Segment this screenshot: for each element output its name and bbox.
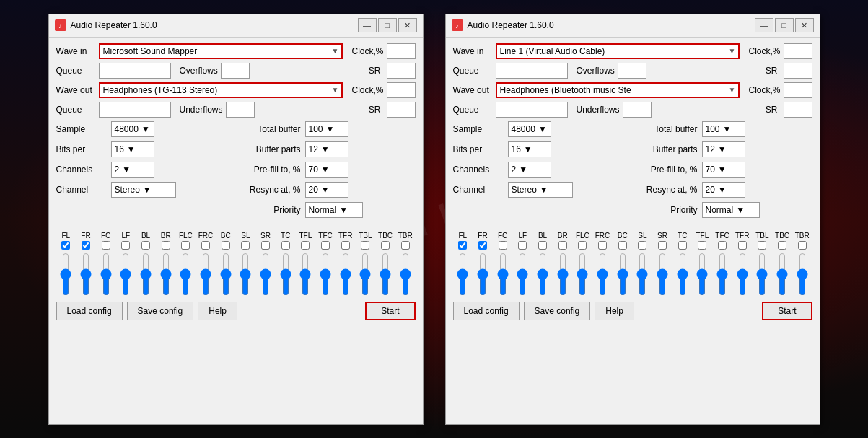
buffer-parts-dropdown-1[interactable]: 12 ▼ [305,141,348,157]
queue2-input-1[interactable] [99,102,171,118]
check-sl-2[interactable] [633,241,653,250]
slider-fc-1[interactable] [96,253,116,296]
priority-dropdown-1[interactable]: Normal ▼ [305,202,363,218]
check-tbr-2[interactable] [792,241,812,250]
bits-dropdown-2[interactable]: 16 ▼ [508,141,551,157]
priority-dropdown-2[interactable]: Normal ▼ [702,202,760,218]
slider-frc-2[interactable] [592,253,613,296]
load-config-button-1[interactable]: Load config [56,302,123,320]
slider-sr-1[interactable] [255,253,276,296]
slider-tfc-2[interactable] [712,253,732,296]
check-tfl-1[interactable] [296,241,316,250]
slider-tfl-1[interactable] [296,253,316,296]
slider-tbl-2[interactable] [753,253,773,296]
total-buffer-dropdown-1[interactable]: 100 ▼ [305,121,348,137]
overflows-input-1[interactable] [221,63,250,79]
start-button-1[interactable]: Start [365,302,415,320]
check-tbr-1[interactable] [395,241,416,250]
overflows-input-2[interactable] [618,63,646,79]
save-config-button-1[interactable]: Save config [127,302,194,320]
start-button-2[interactable]: Start [762,302,812,320]
resync-dropdown-1[interactable]: 20 ▼ [305,182,348,198]
check-lf-2[interactable] [513,241,533,250]
minimize-button-2[interactable]: — [755,18,773,32]
check-bc-2[interactable] [613,241,633,250]
check-frc-2[interactable] [592,241,613,250]
maximize-button-2[interactable]: □ [775,18,794,32]
underflows-input-2[interactable] [623,102,652,118]
wave-out-dropdown-2[interactable]: Headphones (Bluetooth music Ste ▼ [496,82,740,98]
clock-input-2[interactable] [784,43,812,59]
check-tbc-2[interactable] [772,241,792,250]
titlebar-buttons-1[interactable]: — □ ✕ [358,18,417,32]
channels-dropdown-2[interactable]: 2 ▼ [508,162,551,178]
help-button-1[interactable]: Help [198,302,237,320]
check-fc-1[interactable] [96,241,116,250]
clock-input-1[interactable] [387,43,416,59]
wave-in-dropdown-1[interactable]: Microsoft Sound Mapper ▼ [99,43,343,59]
prefill-dropdown-2[interactable]: 70 ▼ [702,162,745,178]
maximize-button-1[interactable]: □ [378,18,397,32]
channels-dropdown-1[interactable]: 2 ▼ [111,162,154,178]
check-sr-2[interactable] [652,241,672,250]
slider-lf-1[interactable] [116,253,136,296]
slider-flc-2[interactable] [573,253,593,296]
sample-dropdown-1[interactable]: 48000 ▼ [111,121,154,137]
slider-tfc-1[interactable] [315,253,336,296]
check-tc-2[interactable] [672,241,693,250]
slider-tbc-1[interactable] [375,253,395,296]
check-tc-1[interactable] [276,241,296,250]
check-tfr-2[interactable] [732,241,753,250]
close-button-2[interactable]: ✕ [795,18,814,32]
check-bc-1[interactable] [216,241,236,250]
check-tbl-2[interactable] [753,241,773,250]
slider-br-2[interactable] [553,253,573,296]
slider-tfr-1[interactable] [336,253,356,296]
wave-out-dropdown-1[interactable]: Headphones (TG-113 Stereo) ▼ [99,82,343,98]
check-fl-2[interactable] [453,241,473,250]
check-lf-1[interactable] [116,241,136,250]
check-flc-2[interactable] [573,241,593,250]
check-br-1[interactable] [156,241,176,250]
clock2-input-2[interactable] [784,82,812,98]
sr-input-1[interactable] [387,63,416,79]
slider-fl-1[interactable] [56,253,76,296]
slider-fc-2[interactable] [493,253,513,296]
check-bl-1[interactable] [136,241,156,250]
buffer-parts-dropdown-2[interactable]: 12 ▼ [702,141,745,157]
slider-frc-1[interactable] [196,253,216,296]
resync-dropdown-2[interactable]: 20 ▼ [702,182,745,198]
channel-dropdown-1[interactable]: Stereo ▼ [111,182,176,198]
slider-bc-1[interactable] [216,253,236,296]
slider-tbr-2[interactable] [792,253,812,296]
sr-input-2[interactable] [784,63,812,79]
queue2-input-2[interactable] [496,102,568,118]
slider-sr-2[interactable] [652,253,672,296]
slider-bl-2[interactable] [532,253,553,296]
sr2-input-1[interactable] [387,102,416,118]
check-tfr-1[interactable] [336,241,356,250]
check-sl-1[interactable] [236,241,256,250]
titlebar-buttons-2[interactable]: — □ ✕ [755,18,814,32]
close-button-1[interactable]: ✕ [398,18,417,32]
check-br-2[interactable] [553,241,573,250]
check-tbl-1[interactable] [356,241,376,250]
slider-br-1[interactable] [156,253,176,296]
wave-in-dropdown-2[interactable]: Line 1 (Virtual Audio Cable) ▼ [496,43,740,59]
check-fr-2[interactable] [473,241,493,250]
load-config-button-2[interactable]: Load config [453,302,520,320]
slider-tfr-2[interactable] [732,253,753,296]
queue-input-2[interactable] [496,63,568,79]
slider-bc-2[interactable] [613,253,633,296]
check-fc-2[interactable] [493,241,513,250]
check-fl-1[interactable] [56,241,76,250]
slider-fr-2[interactable] [473,253,493,296]
underflows-input-1[interactable] [226,102,255,118]
slider-fl-2[interactable] [453,253,473,296]
slider-tfl-2[interactable] [693,253,713,296]
help-button-2[interactable]: Help [595,302,634,320]
save-config-button-2[interactable]: Save config [524,302,591,320]
prefill-dropdown-1[interactable]: 70 ▼ [305,162,348,178]
slider-tc-2[interactable] [672,253,693,296]
clock2-input-1[interactable] [387,82,416,98]
